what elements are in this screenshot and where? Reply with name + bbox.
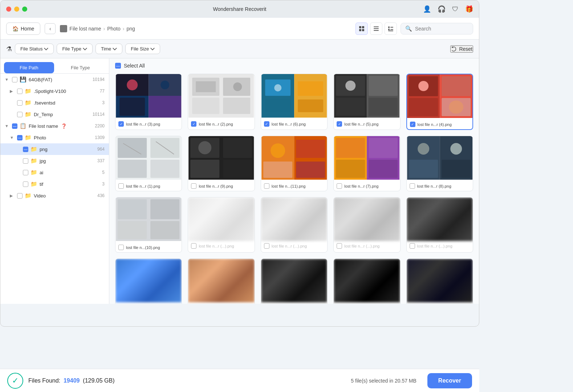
- svg-rect-59: [191, 160, 220, 178]
- filterbar: ⚗ File Status File Type Time File Size R…: [0, 40, 479, 58]
- grid-item-1[interactable]: lost file n...r (1).png: [115, 136, 182, 191]
- grid-item-c3[interactable]: lost file n...r (...).png: [261, 258, 328, 304]
- back-button[interactable]: ‹: [45, 23, 56, 34]
- sidebar-item-fseventsd[interactable]: ▶ 📁 .fseventsd 3: [0, 97, 109, 109]
- item-check-8[interactable]: [410, 183, 415, 189]
- grid-item-11[interactable]: lost file n...(11).png: [261, 136, 328, 191]
- search-bar[interactable]: 🔍: [401, 23, 473, 34]
- item-name-b1: lost file n...r (...).png: [199, 244, 234, 248]
- file-status-filter[interactable]: File Status: [15, 44, 54, 54]
- grid-item-c1[interactable]: lost file n...r (...).png: [115, 258, 182, 304]
- grid-item-2[interactable]: ✓ lost file n...r (2).png: [188, 74, 255, 130]
- ai-label: ai: [40, 170, 43, 175]
- shield-icon[interactable]: 🛡: [452, 5, 459, 13]
- reset-button[interactable]: Reset: [450, 45, 473, 53]
- file-status-label: File Status: [20, 46, 42, 52]
- breadcrumb-item-2[interactable]: Photo: [107, 26, 121, 32]
- breadcrumb-sep-1: ›: [103, 26, 105, 32]
- file-type-filter[interactable]: File Type: [57, 44, 93, 54]
- grid-view-button[interactable]: [355, 23, 368, 35]
- item-check-3[interactable]: ✓: [118, 121, 124, 127]
- list-view-button[interactable]: [370, 23, 382, 35]
- item-footer-10: lost file n...(10).png: [115, 242, 182, 252]
- item-check-b4[interactable]: [410, 243, 415, 249]
- tab-file-type[interactable]: File Type: [56, 62, 106, 73]
- item-check-6[interactable]: ✓: [264, 121, 269, 127]
- search-input[interactable]: [415, 26, 466, 32]
- navbar: 🏠 Home ‹ File lost name › Photo › png 🔍: [0, 18, 479, 40]
- checkbox-drive[interactable]: [12, 77, 17, 82]
- sidebar-item-tif[interactable]: ▶ 📁 tif 3: [0, 178, 109, 190]
- time-filter[interactable]: Time: [96, 44, 122, 54]
- tab-file-path[interactable]: File Path: [4, 62, 54, 73]
- item-check-11[interactable]: [264, 183, 269, 189]
- breadcrumb-item-3[interactable]: png: [126, 26, 135, 32]
- detail-view-button[interactable]: [385, 23, 397, 35]
- item-check-5[interactable]: ✓: [337, 121, 342, 127]
- sidebar-item-file-lost[interactable]: ▼ — 📋 File lost name ❓ 2200: [0, 120, 109, 132]
- grid-item-c2[interactable]: lost file n...r (...).png: [188, 258, 255, 304]
- item-check-1[interactable]: [118, 183, 124, 189]
- breadcrumb-item-1[interactable]: File lost name: [69, 26, 101, 32]
- item-check-2[interactable]: ✓: [191, 121, 196, 127]
- ai-count: 5: [102, 170, 105, 175]
- checkbox-dr-temp[interactable]: [17, 112, 23, 117]
- checkbox-tif[interactable]: [23, 181, 28, 187]
- sidebar-item-jpg[interactable]: ▶ 📁 jpg 337: [0, 155, 109, 167]
- item-footer-2: ✓ lost file n...r (2).png: [188, 119, 254, 129]
- item-check-b2[interactable]: [264, 243, 269, 249]
- question-mark: ❓: [61, 123, 67, 129]
- grid-item-c5[interactable]: lost file n...r (...).png: [406, 258, 473, 304]
- minimize-button[interactable]: [14, 7, 19, 12]
- file-size-filter[interactable]: File Size: [125, 44, 160, 54]
- gift-icon[interactable]: 🎁: [465, 5, 473, 13]
- grid-item-b1[interactable]: lost file n...r (...).png: [188, 197, 255, 253]
- select-all-label[interactable]: Select All: [124, 63, 145, 69]
- sidebar-item-drive[interactable]: ▼ 💾 64GB(FAT) 10194: [0, 74, 109, 85]
- checkbox-fseventsd[interactable]: [17, 100, 23, 106]
- checkbox-file-lost[interactable]: —: [12, 123, 17, 129]
- grid-item-4[interactable]: ✓ lost file n...r (4).png: [406, 74, 473, 130]
- grid-item-8[interactable]: lost file n...r (8).png: [406, 136, 473, 191]
- checkbox-ai[interactable]: [23, 170, 28, 175]
- item-check-9[interactable]: [191, 183, 196, 189]
- sidebar-item-photo[interactable]: ▼ — 📁 Photo 1309: [0, 132, 109, 143]
- grid-item-6[interactable]: ✓ lost file n...r (6).png: [261, 74, 328, 130]
- checkbox-video[interactable]: [17, 193, 23, 199]
- grid-item-b2[interactable]: lost file n...r (...).png: [261, 197, 328, 253]
- home-icon: 🏠: [12, 26, 19, 32]
- sidebar-item-ai[interactable]: ▶ 📁 ai 5: [0, 167, 109, 178]
- grid-item-10[interactable]: lost file n...(10).png: [115, 197, 182, 253]
- grid-item-5[interactable]: ✓ lost file n...r (5).png: [333, 74, 400, 130]
- maximize-button[interactable]: [22, 7, 27, 12]
- fseventsd-label: .fseventsd: [34, 100, 55, 106]
- close-button[interactable]: [6, 7, 11, 12]
- svg-rect-22: [192, 98, 220, 114]
- grid-item-c4[interactable]: lost file n...r (...).png: [333, 258, 400, 304]
- sidebar-item-png[interactable]: ▶ — 📁 png 964: [0, 143, 109, 155]
- checkbox-jpg[interactable]: [23, 158, 28, 164]
- item-check-7[interactable]: [337, 183, 342, 189]
- item-name-6: lost file n...r (6).png: [272, 122, 306, 126]
- user-icon[interactable]: 👤: [423, 5, 431, 13]
- item-check-b3[interactable]: [337, 243, 342, 249]
- sidebar-item-dr-temp[interactable]: ▶ 📁 Dr_Temp 10114: [0, 109, 109, 120]
- headset-icon[interactable]: 🎧: [438, 5, 446, 13]
- grid-item-3[interactable]: ✓ lost file n...r (3).png: [115, 74, 182, 130]
- grid-item-7[interactable]: lost file n...r (7).png: [333, 136, 400, 191]
- home-button[interactable]: 🏠 Home: [6, 23, 40, 35]
- grid-item-9[interactable]: lost file n...r (9).png: [188, 136, 255, 191]
- checkbox-spotlight[interactable]: [17, 89, 23, 94]
- item-check-b1[interactable]: [191, 243, 196, 249]
- grid-item-b4[interactable]: lost file n...r (...).png: [406, 197, 473, 253]
- sidebar-item-spotlight[interactable]: ▶ 📁 .Spotlight-V100 77: [0, 85, 109, 97]
- checkbox-photo[interactable]: —: [17, 135, 23, 140]
- item-footer-c1: lost file n...r (...).png: [115, 302, 182, 304]
- checkbox-png[interactable]: —: [23, 147, 28, 152]
- item-check-4[interactable]: ✓: [410, 122, 415, 127]
- item-name-2: lost file n...r (2).png: [199, 122, 233, 126]
- item-check-10[interactable]: [118, 245, 124, 250]
- select-all-checkbox[interactable]: —: [115, 63, 121, 69]
- sidebar-item-video[interactable]: ▶ 📁 Video 436: [0, 190, 109, 201]
- grid-item-b3[interactable]: lost file n...r (...).png: [333, 197, 400, 253]
